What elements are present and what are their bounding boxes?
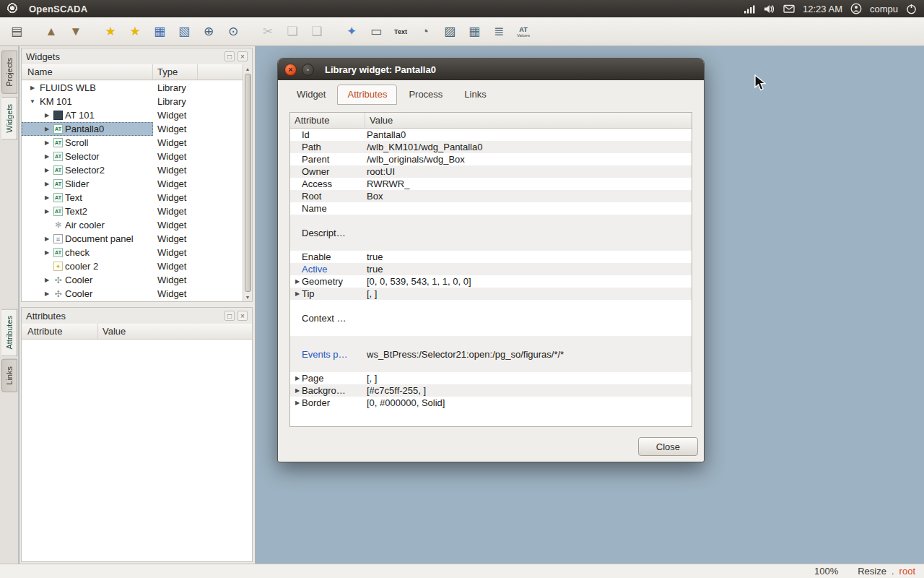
- attribute-row[interactable]: Ownerroot:UI: [290, 165, 692, 178]
- expand-arrow-icon[interactable]: ▶: [42, 139, 52, 146]
- document-icon[interactable]: ≣: [488, 21, 510, 43]
- expand-arrow-icon[interactable]: ▶: [290, 387, 302, 394]
- tree-row[interactable]: ▶CoolerWidget: [22, 273, 243, 287]
- expand-arrow-icon[interactable]: ▶: [290, 375, 302, 381]
- attribute-value[interactable]: [#c7c5ff-255, ]: [364, 385, 692, 396]
- attribute-row[interactable]: ▶Backgro…[#c7c5ff-255, ]: [290, 384, 692, 397]
- attribute-value[interactable]: ws_BtPress:/Selector21:open:/pg_so/figur…: [364, 349, 692, 360]
- add-library-icon[interactable]: ▦: [149, 21, 170, 43]
- run-project-icon[interactable]: ★: [124, 21, 146, 43]
- volume-icon[interactable]: [764, 4, 775, 14]
- expand-arrow-icon[interactable]: ▶: [290, 278, 302, 285]
- tree-row[interactable]: ▶Document panelWidget: [22, 232, 243, 246]
- mail-icon[interactable]: [783, 4, 795, 13]
- side-tab-widgets[interactable]: Widgets: [1, 97, 17, 140]
- attribute-value[interactable]: Box: [364, 191, 692, 202]
- attribute-row[interactable]: Enabletrue: [290, 251, 692, 263]
- close-button[interactable]: Close: [638, 437, 698, 456]
- clock[interactable]: 12:23 AM: [803, 4, 842, 14]
- clock-icon[interactable]: ◔: [414, 21, 436, 43]
- print-icon[interactable]: ▤: [6, 21, 27, 43]
- attribute-value[interactable]: /wlb_originals/wdg_Box: [364, 154, 692, 165]
- attribute-value[interactable]: /wlb_KM101/wdg_Pantalla0: [364, 142, 692, 152]
- tab-process[interactable]: Process: [398, 85, 453, 105]
- expand-arrow-icon[interactable]: ▶: [42, 236, 52, 242]
- tree-row[interactable]: ▶CoolerWidget: [22, 287, 243, 301]
- expand-arrow-icon[interactable]: ▶: [42, 277, 52, 283]
- tree-row[interactable]: ▶SelectorWidget: [22, 150, 243, 163]
- side-tab-projects[interactable]: Projects: [1, 51, 17, 94]
- username-label[interactable]: compu: [870, 4, 898, 14]
- tree-row[interactable]: ▶ScrollWidget: [22, 136, 243, 150]
- attribute-value[interactable]: Pantalla0: [364, 129, 692, 140]
- expand-arrow-icon[interactable]: ▶: [42, 126, 52, 132]
- attribute-row[interactable]: IdPantalla0: [290, 129, 692, 141]
- column-header-name[interactable]: Name: [22, 64, 153, 79]
- diagram-icon[interactable]: ▨: [439, 21, 461, 43]
- tree-row[interactable]: ▶SliderWidget: [22, 177, 243, 191]
- expand-arrow-icon[interactable]: ▶: [42, 153, 52, 160]
- widgets-tree-scrollbar[interactable]: [243, 64, 252, 301]
- side-tab-attributes[interactable]: Attributes: [1, 309, 17, 356]
- expand-arrow-icon[interactable]: ▶: [290, 400, 302, 406]
- column-header-value[interactable]: Value: [98, 324, 252, 339]
- table-icon[interactable]: ▦: [463, 21, 485, 43]
- add-widget-icon[interactable]: ▧: [173, 21, 195, 43]
- attribute-row[interactable]: AccessRWRWR_: [290, 178, 692, 190]
- attribute-row[interactable]: Descript…: [290, 215, 692, 251]
- distro-logo-icon[interactable]: [6, 2, 19, 15]
- column-header-value[interactable]: Value: [365, 113, 692, 128]
- attribute-row[interactable]: ▶Border[0, #000000, Solid]: [290, 397, 692, 409]
- attribute-value[interactable]: [0, #000000, Solid]: [364, 397, 692, 408]
- tree-row[interactable]: ▶FLUIDS WLBLibrary: [22, 81, 243, 95]
- expand-arrow-icon[interactable]: ▶: [42, 112, 52, 118]
- edit-widget-icon[interactable]: ⊙: [222, 21, 244, 43]
- attribute-value[interactable]: [, ]: [364, 373, 692, 384]
- dock-close-icon[interactable]: [237, 51, 248, 61]
- expand-arrow-icon[interactable]: ▶: [42, 194, 52, 201]
- view-widget-icon[interactable]: ⊕: [198, 21, 219, 43]
- expand-arrow-icon[interactable]: ▶: [27, 85, 38, 91]
- attribute-value[interactable]: [0, 0, 539, 543, 1, 1, 0, 0]: [364, 276, 692, 287]
- power-icon[interactable]: [906, 4, 917, 14]
- attribute-row[interactable]: ▶Page[, ]: [290, 372, 692, 384]
- column-header-attribute[interactable]: Attribute: [22, 324, 98, 339]
- tree-row[interactable]: ▼KM 101Library: [22, 95, 243, 108]
- tab-links[interactable]: Links: [454, 85, 496, 105]
- expand-arrow-icon[interactable]: ▶: [42, 208, 52, 215]
- attribute-row[interactable]: RootBox: [290, 190, 692, 202]
- attribute-row[interactable]: ▶Geometry[0, 0, 539, 543, 1, 1, 0, 0]: [290, 275, 692, 288]
- attribute-row[interactable]: Path/wlb_KM101/wdg_Pantalla0: [290, 141, 692, 153]
- attribute-name[interactable]: Active: [302, 264, 364, 275]
- attribute-row[interactable]: Parent/wlb_originals/wdg_Box: [290, 153, 692, 165]
- tree-row[interactable]: cooler 2Widget: [22, 259, 243, 273]
- tree-row[interactable]: ▶checkWidget: [22, 246, 243, 259]
- user-menu-icon[interactable]: [850, 3, 862, 14]
- attribute-row[interactable]: Context …: [290, 300, 692, 336]
- expand-arrow-icon[interactable]: ▶: [290, 290, 302, 297]
- db-save-icon[interactable]: ▼: [65, 21, 87, 43]
- at-values-icon[interactable]: ATValues: [513, 21, 534, 43]
- attribute-name[interactable]: Events p…: [302, 349, 364, 360]
- attribute-value[interactable]: true: [364, 264, 692, 275]
- collapse-arrow-icon[interactable]: ▼: [27, 98, 38, 105]
- attribute-row[interactable]: Activetrue: [290, 263, 692, 275]
- dock-float-icon[interactable]: [225, 311, 235, 321]
- attribute-value[interactable]: [, ]: [364, 288, 692, 299]
- attribute-row[interactable]: Events p…ws_BtPress:/Selector21:open:/pg…: [290, 336, 692, 372]
- expand-arrow-icon[interactable]: ▶: [42, 249, 52, 256]
- expand-arrow-icon[interactable]: ▶: [42, 181, 52, 187]
- attribute-row[interactable]: Name: [290, 202, 692, 215]
- dialog-titlebar[interactable]: Library widget: Pantalla0: [278, 59, 704, 80]
- scroll-up-icon[interactable]: [245, 64, 250, 73]
- attribute-value[interactable]: true: [364, 251, 692, 262]
- tree-row[interactable]: ▶Selector2Widget: [22, 163, 243, 177]
- tree-row[interactable]: ▶AT 101Widget: [22, 108, 243, 122]
- window-menu-icon[interactable]: [302, 64, 314, 76]
- entry-field-icon[interactable]: ▭: [365, 21, 387, 43]
- tree-row[interactable]: ▶Pantalla0Widget: [22, 122, 243, 136]
- attribute-row[interactable]: ▶Tip[, ]: [290, 288, 692, 300]
- attribute-value[interactable]: root:UI: [364, 166, 692, 177]
- current-user-label[interactable]: root: [899, 566, 915, 577]
- expand-arrow-icon[interactable]: ▶: [42, 290, 52, 297]
